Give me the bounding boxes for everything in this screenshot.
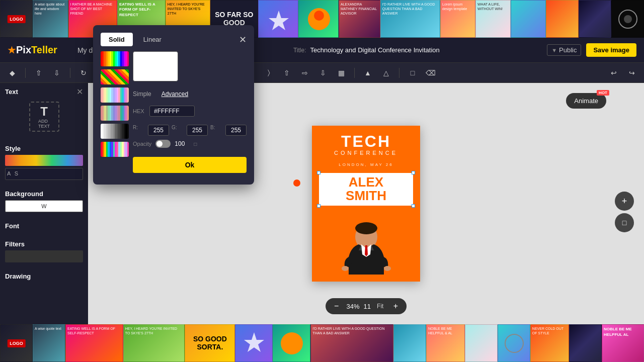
cp-tab-solid[interactable]: Solid [101, 33, 133, 46]
swatch-row-grays[interactable] [101, 124, 129, 139]
logo-pix: Pix [16, 44, 31, 56]
banner-item [546, 0, 579, 38]
cp-close-btn[interactable]: ✕ [239, 34, 247, 45]
bottom-banner-item [569, 324, 602, 362]
toolbar-divider6 [399, 68, 399, 78]
opacity-knob [156, 141, 163, 147]
filters-section: Filters [0, 236, 88, 268]
swatch-row-muted[interactable] [101, 106, 129, 121]
hot-badge: HOT [597, 90, 609, 96]
svg-point-6 [355, 222, 377, 234]
hex-label: HEX [133, 108, 145, 114]
handle-bl[interactable] [317, 204, 320, 208]
svg-point-7 [342, 266, 349, 271]
cp-color-preview[interactable] [133, 51, 178, 81]
toolbar-divider2 [70, 68, 70, 78]
g-input[interactable] [187, 125, 208, 136]
font-section-title: Font [5, 222, 83, 230]
bottom-banner-item [273, 324, 310, 362]
swatch-row-rainbow2[interactable] [101, 142, 129, 157]
left-panel: Text ✕ T ADD TEXT Style [0, 83, 88, 324]
cp-mode-simple[interactable]: Simple [133, 90, 151, 98]
r-input[interactable] [148, 125, 169, 136]
bottom-banner-item [465, 324, 498, 362]
bottom-banner: LOGO A wise quote text EATING WELL IS A … [0, 324, 644, 362]
add-text-button[interactable]: T ADD TEXT [29, 102, 59, 132]
toolbar-undo[interactable]: ↩ [607, 66, 621, 80]
zoom-out-btn[interactable]: − [331, 300, 343, 312]
toolbar-align-bottom[interactable]: ⇩ [316, 66, 330, 80]
banner-item [298, 0, 339, 38]
rb2-16[interactable] [127, 142, 129, 157]
close-panel-btn[interactable]: ✕ [76, 87, 83, 97]
toolbar-trash[interactable]: ⌫ [424, 66, 438, 80]
toolbar-redo[interactable]: ↪ [625, 66, 639, 80]
filter-item[interactable] [5, 250, 83, 262]
nav-right: ▼ Public Save image [547, 43, 636, 57]
toolbar-align-top[interactable]: ⇧ [280, 66, 294, 80]
swatch-row-pastels[interactable] [101, 87, 129, 103]
toolbar-shape-btn[interactable]: ◆ [5, 66, 19, 80]
handle-tr[interactable] [412, 171, 415, 174]
title-value: Technology and Digital Conference Invita… [310, 46, 439, 54]
bottom-banner-item [498, 324, 530, 362]
design-name-box: ALEX SMITH [318, 172, 414, 207]
bg-color-btn[interactable]: W [5, 200, 83, 212]
cp-opacity-row: Opacity 100 □ [133, 140, 197, 148]
toolbar-rotate[interactable]: ↻ [76, 66, 91, 80]
svg-point-3 [624, 15, 632, 23]
zoom-in-btn[interactable]: + [389, 300, 401, 312]
logo-badge: LOGO [7, 15, 26, 23]
handle-br[interactable] [412, 204, 415, 208]
toolbar-divider [25, 68, 26, 78]
bottom-banner-item [235, 324, 273, 362]
muted-16[interactable] [127, 106, 129, 121]
drawing-section-title: Drawing [5, 273, 83, 280]
text-section: Text ✕ T ADD TEXT [0, 83, 88, 141]
ok-button[interactable]: Ok [133, 157, 247, 173]
bottom-banner-item: A wise quote text [33, 324, 65, 362]
r-label: R: [133, 125, 145, 136]
hex-input[interactable] [149, 106, 195, 117]
toolbar-mountain[interactable]: ▲ [361, 66, 375, 80]
resize-btn[interactable]: □ [615, 213, 634, 232]
style-color-row[interactable] [5, 155, 83, 166]
banner-item: LOGO [0, 0, 33, 38]
bottom-banner-item: I'D RATHER LIVE WITH A GOOD QUESTION THA… [310, 324, 393, 362]
text-icon: T [40, 105, 48, 119]
svg-point-8 [384, 266, 391, 271]
toolbar-chart[interactable]: ▦ [334, 66, 348, 80]
cp-preview-area: Simple Advanced HEX R: G: B: [133, 51, 247, 173]
gray-16[interactable] [127, 124, 129, 139]
swatch-row-rainbow[interactable] [101, 51, 129, 66]
design-name-text: ALEX SMITH [324, 175, 408, 203]
b-input[interactable] [225, 125, 247, 136]
toolbar-move-up[interactable]: ⇧ [32, 66, 46, 80]
cp-mode-advanced[interactable]: Advanced [162, 90, 188, 98]
toolbar-flip[interactable]: △ [379, 66, 393, 80]
font-section: Font [0, 218, 88, 236]
selection-handle[interactable] [293, 179, 300, 187]
toolbar-move-down[interactable]: ⇩ [50, 66, 64, 80]
handle-tl[interactable] [317, 171, 320, 174]
toolbar-align-middle[interactable]: ⇨ [298, 66, 312, 80]
cp-swatches [101, 51, 129, 173]
filters-section-title: Filters [5, 240, 83, 248]
svg-point-9 [281, 332, 303, 354]
toolbar-align-right[interactable]: 〉 [262, 66, 276, 80]
pastel-16[interactable] [127, 87, 129, 103]
cp-tab-linear[interactable]: Linear [135, 33, 170, 46]
background-section-title: Background [5, 190, 83, 198]
swatch-row-pattern[interactable] [101, 69, 129, 84]
title-label: Title: [293, 47, 306, 54]
opacity-toggle[interactable] [155, 140, 171, 148]
zoom-number: 11 [364, 303, 371, 310]
swatch-15[interactable] [127, 51, 129, 66]
animate-button[interactable]: Animate HOT [566, 93, 606, 109]
visibility-dropdown[interactable]: ▼ Public [547, 44, 581, 56]
add-layer-btn[interactable]: + [615, 192, 634, 211]
zoom-fit-btn[interactable]: Fit [375, 303, 385, 310]
save-button[interactable]: Save image [586, 43, 636, 57]
design-location-text: LONDON, MAY 26 [339, 162, 393, 167]
toolbar-expand[interactable]: □ [406, 66, 420, 80]
